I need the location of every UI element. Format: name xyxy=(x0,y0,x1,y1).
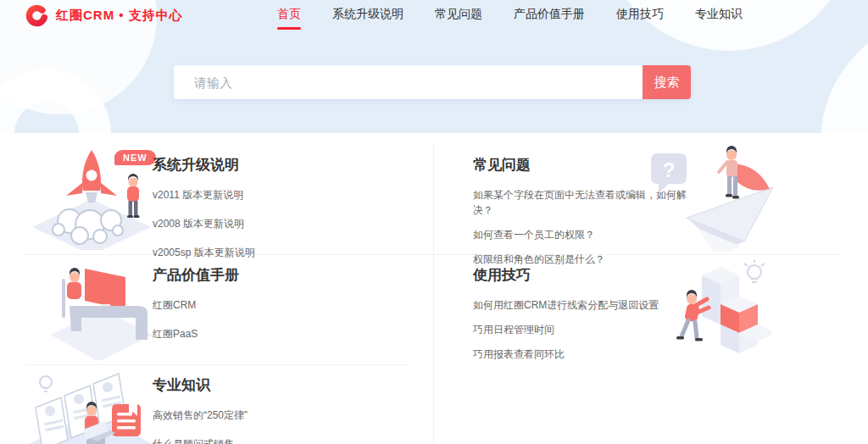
article-link[interactable]: 红圈CRM xyxy=(153,297,398,313)
row-divider xyxy=(25,254,839,255)
nav-item-knowledge[interactable]: 专业知识 xyxy=(695,7,743,30)
column-divider xyxy=(433,144,434,444)
section-title[interactable]: 系统升级说明 xyxy=(153,155,398,175)
article-link[interactable]: 什么是顾问式销售 xyxy=(153,436,398,444)
question-bubble-icon: ? xyxy=(651,153,687,193)
article-link[interactable]: v2011 版本更新说明 xyxy=(153,187,398,203)
nav-item-faq[interactable]: 常见问题 xyxy=(435,7,482,30)
section-title[interactable]: 专业知识 xyxy=(153,375,398,395)
search-input[interactable] xyxy=(174,65,643,99)
article-link[interactable]: v2005sp 版本更新说明 xyxy=(153,245,398,260)
article-link[interactable]: 红圈PaaS xyxy=(153,326,398,341)
nav-item-product-value[interactable]: 产品价值手册 xyxy=(514,7,585,30)
documents-illustration xyxy=(27,369,154,444)
blocks-illustration xyxy=(659,258,771,367)
article-link[interactable]: 高效销售的“250定律” xyxy=(153,408,398,423)
paper-plane-illustration: ? xyxy=(646,140,775,252)
logo-ring-icon xyxy=(25,4,48,27)
article-link[interactable]: v2008 版本更新说明 xyxy=(153,216,398,231)
lightbulb-icon xyxy=(744,260,765,282)
content-area: NEW 系统升级说明 v2011 版本更新说明 v2008 版本更新说明 v20… xyxy=(0,133,868,444)
nav-item-system-upgrade[interactable]: 系统升级说明 xyxy=(332,7,403,30)
red-document-icon xyxy=(112,404,141,436)
section-knowledge: 专业知识 高效销售的“250定律” 什么是顾问式销售 xyxy=(153,375,398,444)
nav-item-tips[interactable]: 使用技巧 xyxy=(616,7,664,30)
main-nav: 首页 系统升级说明 常见问题 产品价值手册 使用技巧 专业知识 xyxy=(277,7,743,30)
search-button[interactable]: 搜索 xyxy=(643,65,691,99)
section-system-upgrade: 系统升级说明 v2011 版本更新说明 v2008 版本更新说明 v2005sp… xyxy=(153,155,398,274)
navbar: 红圈CRM • 支持中心 首页 系统升级说明 常见问题 产品价值手册 使用技巧 … xyxy=(0,0,868,37)
new-badge: NEW xyxy=(114,150,156,165)
section-title[interactable]: 产品价值手册 xyxy=(153,265,398,285)
header-banner: 红圈CRM • 支持中心 首页 系统升级说明 常见问题 产品价值手册 使用技巧 … xyxy=(0,0,868,133)
row-divider xyxy=(25,364,408,365)
nav-item-home[interactable]: 首页 xyxy=(277,7,301,30)
section-product-value: 产品价值手册 红圈CRM 红圈PaaS xyxy=(153,265,398,355)
svg-text:?: ? xyxy=(663,158,676,181)
desk-monitor-illustration xyxy=(41,257,156,360)
brand-title: 红圈CRM • 支持中心 xyxy=(56,8,183,24)
search-bar: 搜索 xyxy=(174,65,691,99)
brand-logo[interactable]: 红圈CRM • 支持中心 xyxy=(25,4,183,27)
lightbulb-icon xyxy=(40,376,52,391)
